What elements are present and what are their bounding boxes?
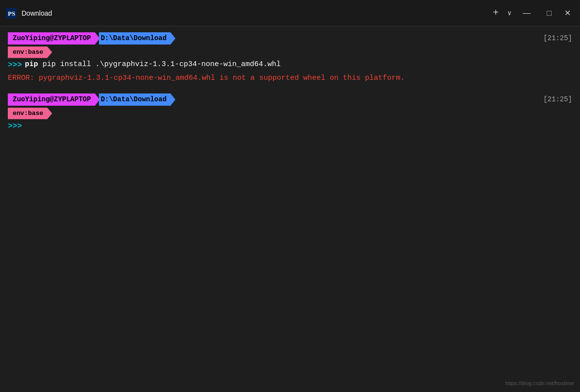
close-button[interactable]: ✕ (560, 6, 574, 20)
prompt-user-1: ZuoYiping@ZYPLAPTOP (8, 32, 100, 45)
timestamp-1: [21:25] (543, 33, 572, 44)
svg-text:PS: PS (8, 10, 15, 17)
command-text-1: pip pip install .\pygraphviz-1.3.1-cp34-… (25, 59, 281, 70)
titlebar-controls: + ∨ — □ ✕ (488, 5, 574, 21)
prompt-user-2: ZuoYiping@ZYPLAPTOP (8, 93, 100, 106)
prompt-path-2: D:\Data\Download (99, 93, 175, 106)
terminal-block-1: ZuoYiping@ZYPLAPTOP D:\Data\Download [21… (8, 32, 572, 84)
new-tab-button[interactable]: + (488, 5, 504, 21)
prompt-row-1: ZuoYiping@ZYPLAPTOP D:\Data\Download [21… (8, 32, 572, 45)
prompt-env-1: env:base (8, 46, 52, 58)
chevrons-2: >>> (8, 120, 22, 132)
prompt-badges-2: ZuoYiping@ZYPLAPTOP D:\Data\Download (8, 93, 175, 106)
env-row-2: env:base (8, 107, 572, 119)
prompt-row-2: ZuoYiping@ZYPLAPTOP D:\Data\Download [21… (8, 93, 572, 106)
powershell-icon: PS (6, 8, 17, 19)
tab-dropdown-button[interactable]: ∨ (504, 5, 515, 21)
prompt-badges-1: ZuoYiping@ZYPLAPTOP D:\Data\Download (8, 32, 175, 45)
timestamp-2: [21:25] (543, 94, 572, 105)
error-line-1: ERROR: pygraphviz-1.3.1-cp34-none-win_am… (8, 73, 572, 84)
maximize-button[interactable]: □ (538, 5, 560, 21)
command-line-2: >>> (8, 120, 572, 132)
env-row-1: env:base (8, 46, 572, 58)
watermark: https://blog.csdn.net/frostime (505, 380, 574, 386)
terminal-body[interactable]: ZuoYiping@ZYPLAPTOP D:\Data\Download [21… (0, 26, 580, 392)
minimize-button[interactable]: — (515, 5, 538, 21)
titlebar: PS Download + ∨ — □ ✕ (0, 0, 580, 26)
prompt-env-2: env:base (8, 108, 52, 119)
command-line-1: >>> pip pip install .\pygraphviz-1.3.1-c… (8, 59, 572, 71)
terminal-block-2: ZuoYiping@ZYPLAPTOP D:\Data\Download [21… (8, 93, 572, 132)
prompt-path-1: D:\Data\Download (99, 32, 175, 45)
cmd-pip: pip (25, 60, 38, 69)
chevrons-1: >>> (8, 59, 22, 71)
titlebar-title: Download (22, 9, 488, 17)
